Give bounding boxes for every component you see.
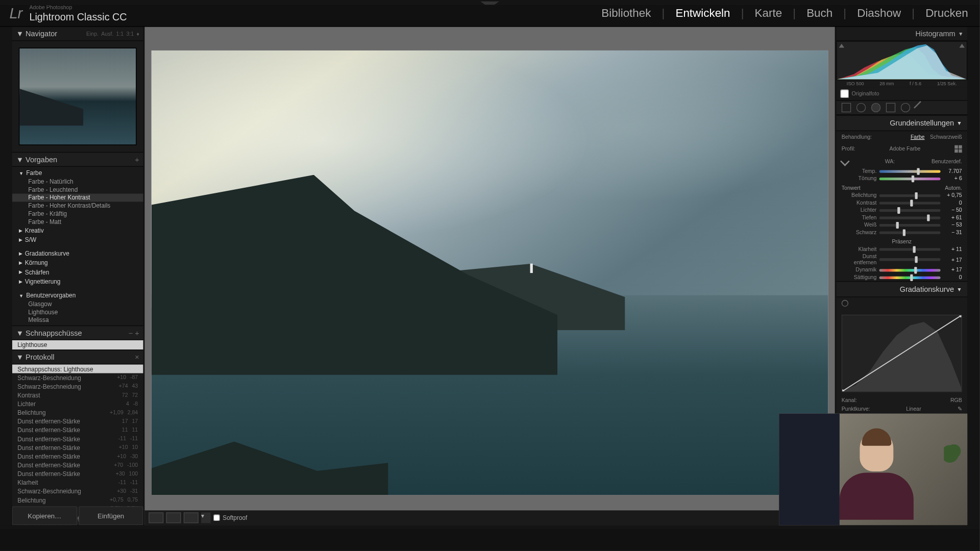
module-library[interactable]: Bibliothek	[599, 7, 653, 20]
crop-tool-icon[interactable]	[842, 103, 851, 112]
history-item[interactable]: Schwarz-Beschneidung+10-87	[12, 373, 143, 382]
slider-weiß[interactable]: Weiß− 53	[836, 221, 967, 229]
chevron-down-icon[interactable]: ▼	[16, 329, 23, 337]
preset-item[interactable]: Farbe - Natürlich	[19, 178, 139, 186]
shadow-clip-icon[interactable]	[839, 44, 845, 48]
loupe-view-icon[interactable]	[149, 512, 163, 523]
chevron-right-icon[interactable]: ▶	[19, 260, 22, 266]
chevron-right-icon[interactable]: ▶	[19, 237, 22, 243]
treatment-color[interactable]: Farbe	[911, 134, 925, 140]
slider-temp.[interactable]: Temp.7.707	[836, 167, 967, 174]
chevron-right-icon[interactable]: ▶	[19, 228, 22, 234]
auto-tone-button[interactable]: Autom.	[945, 185, 962, 191]
history-item[interactable]: Belichtung+0,750,75	[12, 495, 143, 504]
highlight-clip-icon[interactable]	[959, 44, 965, 48]
left-rail[interactable]	[0, 27, 12, 525]
history-item[interactable]: Dunst entfernen-Stärke+30100	[12, 469, 143, 478]
histogram[interactable]	[836, 41, 967, 80]
clear-history-icon[interactable]: ×	[135, 353, 139, 361]
chevron-down-icon[interactable]: ▼	[19, 170, 23, 175]
minus-icon[interactable]: −	[129, 329, 133, 337]
preset-item[interactable]: Farbe - Matt	[19, 218, 139, 226]
slider-belichtung[interactable]: Belichtung+ 0,75	[836, 192, 967, 199]
softproof-checkbox[interactable]	[213, 514, 220, 521]
slider-tiefen[interactable]: Tiefen+ 61	[836, 214, 967, 221]
chevron-down-icon[interactable]: ▼	[16, 30, 23, 38]
copy-button[interactable]: Kopieren…	[12, 506, 77, 525]
profile-browser-icon[interactable]	[954, 145, 962, 153]
bottom-gripper[interactable]	[0, 525, 979, 529]
preset-item[interactable]: Lighthouse	[19, 308, 139, 316]
preset-item[interactable]: Melissa	[19, 316, 139, 324]
module-map[interactable]: Karte	[753, 7, 784, 20]
before-after-tb-icon[interactable]	[184, 512, 199, 523]
wb-value[interactable]: Benutzerdef.	[932, 158, 962, 164]
navigator-thumbnail[interactable]	[19, 48, 137, 145]
history-item[interactable]: Klarheit-11-11	[12, 478, 143, 487]
treatment-bw[interactable]: Schwarzweiß	[930, 134, 962, 140]
tone-curve[interactable]	[842, 315, 962, 392]
history-item[interactable]: Dunst entfernen-Stärke+70-100	[12, 461, 143, 469]
history-item[interactable]: Lichter4-8	[12, 399, 143, 408]
zoom-1-1[interactable]: 1:1	[116, 31, 124, 37]
preset-item[interactable]: Farbe - Hoher Kontrast/Details	[19, 202, 139, 210]
chevron-down-icon[interactable]: ▼	[958, 31, 963, 37]
slider-schwarz[interactable]: Schwarz− 31	[836, 229, 967, 236]
preset-item[interactable]: Glasgow	[19, 300, 139, 308]
chevron-down-icon[interactable]: ▼	[16, 353, 23, 361]
pointcurve-value[interactable]: Linear	[906, 406, 921, 412]
paste-button[interactable]: Einfügen	[79, 506, 143, 525]
gradient-tool-icon[interactable]	[886, 103, 895, 112]
spot-tool-icon[interactable]	[856, 103, 866, 112]
slider-klarheit[interactable]: Klarheit+ 11	[836, 245, 967, 253]
add-preset-icon[interactable]: +	[135, 155, 139, 163]
preset-group[interactable]: S/W	[25, 237, 36, 243]
preset-group[interactable]: Kreativ	[25, 227, 44, 234]
curve-edit-icon[interactable]: ✎	[958, 406, 962, 412]
history-item[interactable]: Dunst entfernen-Stärke-11-11	[12, 434, 143, 443]
preset-group[interactable]: Schärfen	[25, 269, 49, 276]
radial-tool-icon[interactable]	[901, 103, 910, 112]
module-book[interactable]: Buch	[804, 7, 835, 20]
module-print[interactable]: Drucken	[923, 7, 970, 20]
history-item[interactable]: Dunst entfernen-Stärke+10-30	[12, 452, 143, 461]
brush-tool-icon[interactable]	[914, 101, 927, 114]
top-gripper[interactable]	[0, 0, 979, 6]
preset-group[interactable]: Körnung	[25, 260, 48, 266]
before-after-split-icon[interactable]: ▾	[201, 512, 210, 523]
original-checkbox[interactable]	[840, 89, 849, 98]
zoom-3-1[interactable]: 3:1	[126, 31, 134, 37]
chevron-right-icon[interactable]: ▶	[19, 270, 22, 276]
zoom-fill[interactable]: Ausf.	[101, 31, 113, 37]
history-item[interactable]: Dunst entfernen-Stärke+1010	[12, 443, 143, 452]
add-snapshot-icon[interactable]: +	[135, 329, 139, 337]
history-item[interactable]: Dunst entfernen-Stärke1111	[12, 425, 143, 434]
history-item[interactable]: Belichtung+1,092,84	[12, 408, 143, 417]
chevron-right-icon[interactable]: ▶	[19, 251, 22, 257]
preset-item[interactable]: Farbe - Kräftig	[19, 210, 139, 218]
history-item[interactable]: Schwarz-Beschneidung+30-31	[12, 487, 143, 495]
slider-dynamik[interactable]: Dynamik+ 17	[836, 266, 967, 273]
slider-tönung[interactable]: Tönung+ 6	[836, 175, 967, 182]
slider-dunst-entfernen[interactable]: Dunst entfernen+ 17	[836, 253, 967, 266]
slider-sättigung[interactable]: Sättigung0	[836, 273, 967, 281]
module-slideshow[interactable]: Diashow	[855, 7, 903, 20]
history-item[interactable]: Schnappschuss: Lighthouse	[12, 364, 143, 373]
slider-lichter[interactable]: Lichter− 50	[836, 207, 967, 214]
module-develop[interactable]: Entwickeln	[674, 7, 732, 20]
chevron-right-icon[interactable]: ▶	[19, 279, 22, 285]
chevron-down-icon[interactable]: ▼	[19, 293, 23, 297]
before-after-lr-icon[interactable]	[166, 512, 181, 523]
preset-group[interactable]: Farbe	[26, 169, 42, 176]
history-item[interactable]: Schwarz-Beschneidung+7443	[12, 382, 143, 391]
slider-kontrast[interactable]: Kontrast0	[836, 199, 967, 206]
preset-item[interactable]: Farbe - Leuchtend	[19, 186, 139, 194]
chevron-down-icon[interactable]: ▼	[957, 120, 962, 126]
preset-group[interactable]: Vignettierung	[25, 279, 61, 285]
history-item[interactable]: Kontrast7272	[12, 391, 143, 399]
preset-group[interactable]: Benutzervorgaben	[26, 292, 76, 298]
profile-value[interactable]: Adobe Farbe	[890, 146, 921, 152]
channel-value[interactable]: RGB	[950, 397, 962, 404]
zoom-menu-icon[interactable]: ♦	[136, 31, 139, 37]
redeye-tool-icon[interactable]	[871, 103, 880, 112]
